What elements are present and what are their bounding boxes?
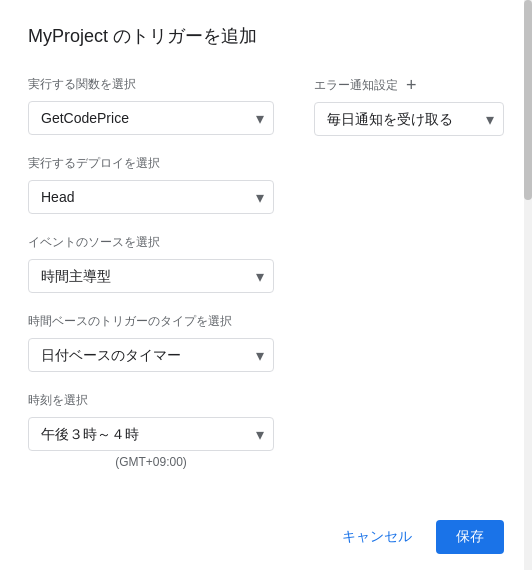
function-label: 実行する関数を選択 xyxy=(28,76,274,93)
footer-buttons: キャンセル 保存 xyxy=(330,520,504,554)
trigger-type-section: 時間ベースのトリガーのタイプを選択 日付ベースのタイマー ▾ xyxy=(28,313,274,372)
event-source-select-wrapper: 時間主導型 ▾ xyxy=(28,259,274,293)
event-source-section: イベントのソースを選択 時間主導型 ▾ xyxy=(28,234,274,293)
time-section: 時刻を選択 午後３時～４時 ▾ (GMT+09:00) xyxy=(28,392,274,469)
function-select[interactable]: GetCodePrice xyxy=(28,101,274,135)
error-section: エラー通知設定 + 毎日通知を受け取る ▾ xyxy=(314,76,504,136)
error-label: エラー通知設定 xyxy=(314,77,398,94)
time-label: 時刻を選択 xyxy=(28,392,274,409)
trigger-type-select[interactable]: 日付ベースのタイマー xyxy=(28,338,274,372)
timezone-note: (GMT+09:00) xyxy=(28,455,274,469)
content-layout: 実行する関数を選択 GetCodePrice ▾ 実行するデプロイを選択 Hea… xyxy=(28,76,504,489)
cancel-button[interactable]: キャンセル xyxy=(330,520,424,554)
error-section-header: エラー通知設定 + xyxy=(314,76,504,94)
event-source-select[interactable]: 時間主導型 xyxy=(28,259,274,293)
event-source-label: イベントのソースを選択 xyxy=(28,234,274,251)
function-select-wrapper: GetCodePrice ▾ xyxy=(28,101,274,135)
deploy-section: 実行するデプロイを選択 Head ▾ xyxy=(28,155,274,214)
scrollbar-thumb[interactable] xyxy=(524,0,532,200)
page-title: MyProject のトリガーを追加 xyxy=(28,24,504,48)
time-select-wrapper: 午後３時～４時 ▾ xyxy=(28,417,274,451)
deploy-select[interactable]: Head xyxy=(28,180,274,214)
notification-select-wrapper: 毎日通知を受け取る ▾ xyxy=(314,102,504,136)
function-section: 実行する関数を選択 GetCodePrice ▾ xyxy=(28,76,274,135)
deploy-select-wrapper: Head ▾ xyxy=(28,180,274,214)
left-column: 実行する関数を選択 GetCodePrice ▾ 実行するデプロイを選択 Hea… xyxy=(28,76,274,489)
deploy-label: 実行するデプロイを選択 xyxy=(28,155,274,172)
trigger-type-select-wrapper: 日付ベースのタイマー ▾ xyxy=(28,338,274,372)
save-button[interactable]: 保存 xyxy=(436,520,504,554)
page-container: MyProject のトリガーを追加 実行する関数を選択 GetCodePric… xyxy=(0,0,532,570)
scrollbar-track[interactable] xyxy=(524,0,532,570)
time-select[interactable]: 午後３時～４時 xyxy=(28,417,274,451)
right-column: エラー通知設定 + 毎日通知を受け取る ▾ xyxy=(314,76,504,489)
add-icon[interactable]: + xyxy=(406,76,417,94)
trigger-type-label: 時間ベースのトリガーのタイプを選択 xyxy=(28,313,274,330)
notification-select[interactable]: 毎日通知を受け取る xyxy=(314,102,504,136)
